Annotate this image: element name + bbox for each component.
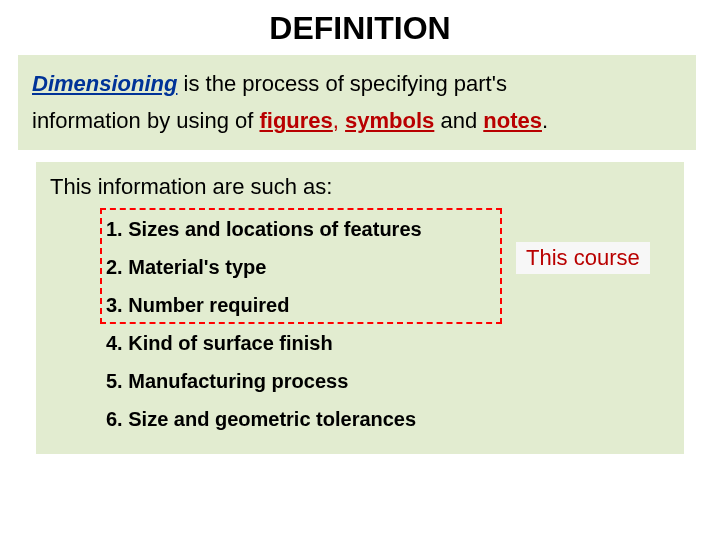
course-label: This course [516, 242, 650, 274]
term-figures: figures [259, 108, 332, 133]
and-text: and [434, 108, 483, 133]
term-dimensioning: Dimensioning [32, 71, 177, 96]
def-text-2: information by using of [32, 108, 259, 133]
list-intro: This information are such as: [50, 174, 670, 200]
list-item: 3. Number required [106, 286, 670, 324]
def-text-1: is the process of specifying part's [177, 71, 506, 96]
definition-paragraph: Dimensioning is the process of specifyin… [32, 65, 682, 140]
term-notes: notes [483, 108, 542, 133]
period: . [542, 108, 548, 133]
list-item: 6. Size and geometric tolerances [106, 400, 670, 438]
comma: , [333, 108, 345, 133]
info-list-box: This information are such as: 1. Sizes a… [36, 162, 684, 454]
list-item: 4. Kind of surface finish [106, 324, 670, 362]
list-item: 5. Manufacturing process [106, 362, 670, 400]
definition-box: Dimensioning is the process of specifyin… [18, 55, 696, 150]
page-title: DEFINITION [0, 0, 720, 55]
term-symbols: symbols [345, 108, 434, 133]
